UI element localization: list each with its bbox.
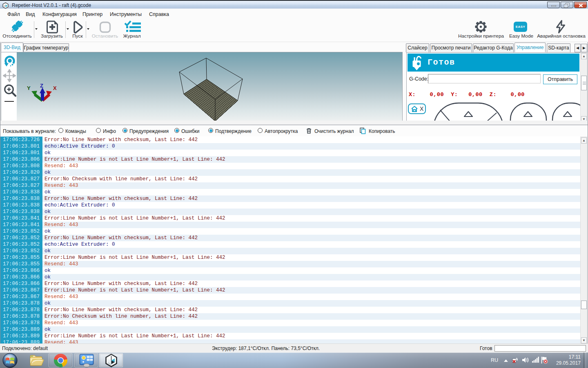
svg-text:Z: Z bbox=[40, 83, 43, 89]
svg-text:Y: Y bbox=[27, 85, 31, 91]
svg-text:X: X bbox=[53, 85, 57, 91]
